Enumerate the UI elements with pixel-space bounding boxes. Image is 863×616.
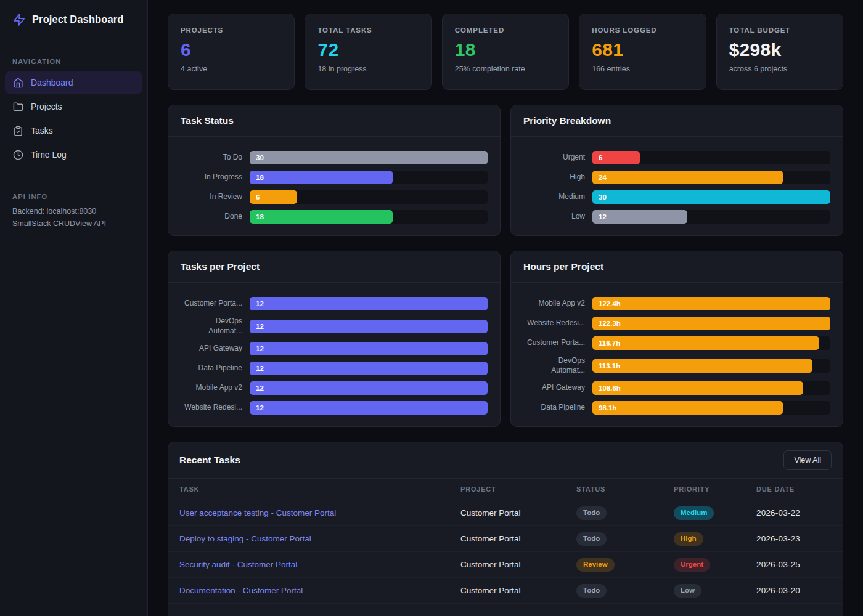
bar-fill: 6: [250, 190, 297, 204]
bar-fill: 12: [250, 401, 488, 415]
bar-fill: 116.7h: [592, 336, 819, 350]
api-info: API INFO Backend: localhost:8030 SmallSt…: [12, 193, 135, 230]
column-header-status: STATUS: [576, 485, 674, 493]
bar-fill: 18: [250, 210, 393, 224]
due-date-cell: 2026-03-25: [756, 560, 832, 569]
bar-label: Data Pipeline: [181, 363, 242, 373]
task-status-header: Task Status: [168, 105, 500, 137]
column-header-task: TASK: [179, 485, 460, 493]
bar-fill: 113.1h: [592, 359, 812, 373]
bar-row: Low12: [523, 210, 830, 224]
stat-label: COMPLETED: [455, 26, 556, 34]
project-cell: Customer Portal: [460, 560, 576, 569]
sidebar-item-tasks[interactable]: Tasks: [5, 120, 142, 142]
stat-value: 6: [181, 39, 282, 60]
task-link[interactable]: Deploy to staging - Customer Portal: [179, 534, 460, 543]
sidebar-item-label: Projects: [31, 102, 62, 111]
stat-card-completed: COMPLETED1825% completion rate: [442, 14, 569, 90]
recent-tasks-card: Recent Tasks View All TASKPROJECTSTATUSP…: [168, 442, 843, 616]
main-content: PROJECTS64 activeTOTAL TASKS7218 in prog…: [148, 0, 863, 616]
priority-breakdown-card: Priority Breakdown Urgent6High24Medium30…: [510, 105, 843, 236]
hours-per-project-card: Hours per Project Mobile App v2122.4hWeb…: [510, 251, 843, 427]
tasks-per-project-header: Tasks per Project: [168, 251, 500, 283]
bar-fill: 108.6h: [592, 381, 803, 395]
column-header-due-date: DUE DATE: [756, 485, 832, 493]
bar-fill: 18: [250, 171, 393, 184]
stat-label: PROJECTS: [181, 26, 282, 34]
charts-row-1: Task Status To Do30In Progress18In Revie…: [168, 105, 843, 236]
stat-card-projects: PROJECTS64 active: [168, 14, 295, 90]
bar-track: 18: [250, 210, 488, 224]
zap-icon: [12, 13, 26, 26]
sidebar-item-time-log[interactable]: Time Log: [5, 144, 142, 166]
bar-value-label: 116.7h: [599, 339, 620, 347]
bar-row: To Do30: [181, 151, 488, 164]
status-cell: Review: [576, 558, 674, 572]
bar-row: DevOps Automat...12: [181, 317, 488, 336]
app-title: Project Dashboard: [32, 14, 123, 25]
bar-label: Mobile App v2: [523, 299, 585, 309]
bar-label: Customer Porta...: [523, 338, 585, 348]
bar-value-label: 12: [256, 345, 264, 352]
sidebar-item-dashboard[interactable]: Dashboard: [5, 71, 142, 94]
stat-card-total-tasks: TOTAL TASKS7218 in progress: [305, 14, 432, 90]
bar-track: 12: [250, 320, 488, 333]
sidebar-item-label: Time Log: [31, 150, 67, 160]
bar-label: Mobile App v2: [181, 383, 242, 393]
priority-badge: High: [674, 532, 703, 546]
bar-label: Website Redesi...: [181, 403, 242, 413]
status-cell: Todo: [576, 532, 674, 546]
sidebar-item-label: Tasks: [31, 126, 53, 136]
stat-value: 18: [455, 39, 556, 60]
bar-track: 12: [250, 297, 488, 310]
nav-section-label: NAVIGATION: [12, 58, 135, 65]
bar-track: 12: [250, 401, 488, 415]
view-all-button[interactable]: View All: [783, 450, 832, 470]
priority-badge: Urgent: [674, 558, 710, 572]
sidebar-header: Project Dashboard: [0, 0, 147, 39]
stat-subtext: 166 entries: [592, 65, 693, 73]
bar-track: 108.6h: [592, 381, 830, 395]
task-link[interactable]: Documentation - Customer Portal: [179, 586, 460, 595]
bar-track: 30: [250, 151, 488, 164]
api-backend-text: Backend: localhost:8030: [12, 205, 135, 217]
bar-value-label: 6: [599, 154, 602, 161]
priority-cell: Medium: [674, 506, 756, 520]
bar-label: To Do: [181, 153, 242, 163]
stat-label: TOTAL BUDGET: [729, 26, 830, 34]
bar-label: Urgent: [523, 153, 585, 163]
recent-tasks-header: Recent Tasks View All: [168, 442, 843, 478]
status-badge: Todo: [576, 584, 607, 598]
bar-label: In Review: [181, 192, 242, 202]
charts-row-2: Tasks per Project Customer Porta...12Dev…: [168, 251, 843, 427]
bar-label: Low: [523, 212, 585, 222]
priority-breakdown-chart: Urgent6High24Medium30Low12: [511, 137, 843, 235]
api-name-text: SmallStack CRUDView API: [12, 217, 135, 230]
tasks-per-project-chart: Customer Porta...12DevOps Automat...12AP…: [168, 283, 500, 426]
clipboard-check-icon: [13, 126, 23, 136]
task-status-chart: To Do30In Progress18In Review6Done18: [168, 137, 500, 235]
sidebar-item-projects[interactable]: Projects: [5, 95, 142, 118]
bar-label: Done: [181, 212, 242, 222]
bar-track: 116.7h: [592, 336, 830, 350]
stat-subtext: 18 in progress: [317, 65, 419, 73]
bar-label: High: [523, 172, 585, 182]
bar-row: High24: [523, 171, 830, 184]
task-status-card: Task Status To Do30In Progress18In Revie…: [168, 105, 501, 236]
bar-row: In Review6: [181, 190, 488, 204]
sidebar-item-label: Dashboard: [31, 78, 73, 87]
clock-icon: [13, 150, 23, 160]
stat-subtext: 4 active: [181, 65, 282, 73]
due-date-cell: 2026-03-23: [756, 534, 832, 543]
task-link[interactable]: User acceptance testing - Customer Porta…: [179, 508, 460, 517]
bar-value-label: 113.1h: [599, 362, 620, 370]
project-cell: Customer Portal: [460, 586, 576, 595]
project-cell: Customer Portal: [460, 508, 576, 517]
bar-label: API Gateway: [181, 344, 242, 354]
table-row: Security audit - Customer PortalCustomer…: [168, 552, 843, 578]
task-link[interactable]: Security audit - Customer Portal: [179, 560, 460, 569]
bar-value-label: 30: [256, 154, 264, 161]
bar-row: Done18: [181, 210, 488, 224]
bar-value-label: 24: [599, 174, 607, 181]
bar-fill: 98.1h: [592, 401, 783, 415]
